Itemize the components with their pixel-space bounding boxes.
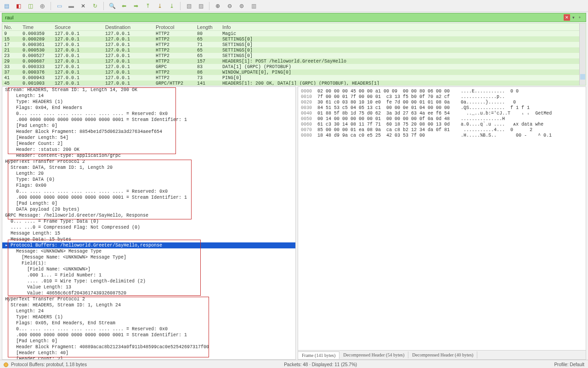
packet-row[interactable]: 90.000359127.0.0.1127.0.0.1HTTP280Magic xyxy=(2,31,586,36)
jump-icon[interactable]: ⤒ xyxy=(144,2,152,10)
folder-icon[interactable]: ▭ xyxy=(56,2,63,10)
detail-line[interactable]: Header Block Fragment: 8854be1d75d0623a3… xyxy=(2,129,295,135)
packet-bytes-pane[interactable]: 0000 02 00 00 00 45 00 00 a1 00 09 00 00… xyxy=(298,86,586,360)
packet-row[interactable]: 450.001003127.0.0.1127.0.0.1GRPC/HTTP214… xyxy=(2,80,586,86)
detail-line[interactable]: HyperText Transfer Protocol 2 xyxy=(2,296,295,302)
packet-row[interactable]: 230.000527127.0.0.1127.0.0.1HTTP265SETTI… xyxy=(2,53,586,58)
resize-cols-icon[interactable]: ▥ xyxy=(250,2,257,10)
detail-line[interactable]: Flags: 0x05, End Headers, End Stream xyxy=(2,320,295,326)
packet-row[interactable]: 370.000376127.0.0.1127.0.0.1HTTP286WINDO… xyxy=(2,69,586,75)
next-icon[interactable]: ➡ xyxy=(132,2,140,10)
detail-line[interactable]: Stream: DATA, Stream ID: 1, Length 20 xyxy=(2,165,295,171)
detail-line[interactable]: [Header Count: 2] xyxy=(2,356,295,360)
detail-line[interactable]: [Field Name: <UNKNOWN>] xyxy=(2,266,295,272)
hex-tab[interactable]: Decompressed Header (54 bytes) xyxy=(339,351,408,358)
detail-line[interactable]: .... ...0 = Compressed Flag: Not Compres… xyxy=(2,224,295,230)
hex-line[interactable]: 0030 84 51 53 c5 04 05 13 c1 00 00 0e 01… xyxy=(301,105,583,111)
detail-line[interactable]: [Pad Length: 0] xyxy=(2,123,295,129)
filter-apply-icon[interactable]: + xyxy=(577,14,583,21)
colorize-icon[interactable]: ▨ xyxy=(197,2,204,10)
detail-line[interactable]: Stream: HEADERS, Stream ID: 1, Length 14… xyxy=(2,87,295,93)
packet-row[interactable]: 170.000361127.0.0.1127.0.0.1HTTP271SETTI… xyxy=(2,42,586,47)
layers-icon[interactable]: ◫ xyxy=(27,2,34,10)
detail-line[interactable]: .000 1... = Field Number: 1 xyxy=(2,272,295,278)
packet-list-scrollbar[interactable] xyxy=(579,23,586,85)
zoom-in-icon[interactable]: ⊕ xyxy=(214,2,221,10)
filter-clear-icon[interactable]: ✕ xyxy=(564,14,570,21)
col-length[interactable]: Length xyxy=(197,24,222,30)
col-no[interactable]: No. xyxy=(4,24,23,30)
detail-line[interactable]: Message: <UNKNOWN> Message Type xyxy=(2,248,295,254)
packet-row[interactable]: 290.000687127.0.0.1127.0.0.1HTTP2157HEAD… xyxy=(2,58,586,64)
detail-line[interactable]: 0... .... .... .... .... .... .... .... … xyxy=(2,189,295,195)
detail-line[interactable]: Stream: HEADERS, Stream ID: 1, Length 24 xyxy=(2,302,295,308)
reload-icon[interactable]: ↻ xyxy=(91,2,99,10)
detail-line[interactable]: .... .010 = Wire Type: Length-delimited … xyxy=(2,278,295,284)
col-time[interactable]: Time xyxy=(23,24,55,30)
detail-line[interactable]: [Header Count: 2] xyxy=(2,141,295,147)
detail-line[interactable]: .000 0000 0000 0000 0000 0000 0000 0001 … xyxy=(2,332,295,338)
hex-line[interactable]: 0040 01 88 5f 8b 1d 75 d0 62 3a 3d 27 63… xyxy=(301,111,583,116)
detail-line[interactable]: [Message Name: <UNKNOWN> Message Type] xyxy=(2,254,295,260)
hex-tab[interactable]: Decompressed Header (40 bytes) xyxy=(408,351,477,358)
zoom-out-icon[interactable]: ⊖ xyxy=(226,2,233,10)
detail-line[interactable]: Message Length: 15 xyxy=(2,230,295,236)
hex-line[interactable]: 0060 61 c3 30 14 08 11 7f 71 60 18 75 20… xyxy=(301,122,583,127)
goto-first-icon[interactable]: ⤓ xyxy=(156,2,164,10)
packet-row[interactable]: 150.000289127.0.0.1127.0.0.1HTTP265SETTI… xyxy=(2,36,586,42)
packet-row[interactable]: 210.000530127.0.0.1127.0.0.1HTTP265SETTI… xyxy=(2,47,586,53)
detail-line[interactable]: 0... .... .... .... .... .... .... .... … xyxy=(2,111,295,117)
detail-line[interactable]: .000 0000 0000 0000 0000 0000 0000 0001 … xyxy=(2,195,295,201)
detail-line[interactable]: GRPC Message: /helloworld.Greeter/SayHel… xyxy=(2,213,295,218)
goto-last-icon[interactable]: ⤓ xyxy=(168,2,175,10)
filter-dropdown-icon[interactable]: ▾ xyxy=(570,14,577,21)
col-destination[interactable]: Destination xyxy=(105,24,156,30)
hex-line[interactable]: 0000 02 00 00 00 45 00 00 a1 00 09 00 00… xyxy=(301,89,583,94)
detail-line[interactable]: [Pad Length: 0] xyxy=(2,201,295,207)
detail-line[interactable]: 0... .... .... .... .... .... .... .... … xyxy=(2,326,295,332)
detail-line[interactable]: Flags: 0x04, End Headers xyxy=(2,105,295,111)
hex-line[interactable]: 0020 30 61 c0 03 80 10 10 e0 fe 7d 00 00… xyxy=(301,100,583,105)
detail-line[interactable]: Value: 48656c6c6f2043617439326087520 xyxy=(2,290,295,296)
detail-line[interactable]: Header: content-type: application/grpc xyxy=(2,153,295,159)
detail-line[interactable]: HyperText Transfer Protocol 2 xyxy=(2,159,295,165)
autoscroll-icon[interactable]: ▧ xyxy=(185,2,192,10)
save-icon[interactable]: ▬ xyxy=(68,2,75,10)
hex-line[interactable]: 0010 7f 00 00 01 7f 00 00 01 c3 13 f5 b0… xyxy=(301,94,583,100)
bookmark-icon[interactable]: ◧ xyxy=(15,2,22,10)
detail-line[interactable]: Value Length: 13 xyxy=(2,284,295,290)
detail-line[interactable]: .000 0000 0000 0000 0000 0000 0000 0001 … xyxy=(2,117,295,123)
find-icon[interactable]: 🔍 xyxy=(108,2,116,10)
hex-line[interactable]: 0080 18 48 d9 9a ca c0 e5 25 42 03 53 7f… xyxy=(301,133,583,138)
detail-line[interactable]: [Header Length: 54] xyxy=(2,135,295,141)
col-info[interactable]: Info xyxy=(222,24,584,30)
packet-details-pane[interactable]: Stream: HEADERS, Stream ID: 1, Length 14… xyxy=(2,86,296,360)
target-icon[interactable]: ◎ xyxy=(39,2,46,10)
detail-line[interactable]: Type: HEADERS (1) xyxy=(2,99,295,105)
detail-line[interactable]: Message Data: 15 bytes xyxy=(2,236,295,242)
detail-line[interactable]: Header: :status: 200 OK xyxy=(2,147,295,153)
file-icon[interactable]: ▤ xyxy=(3,2,10,10)
col-source[interactable]: Source xyxy=(55,24,105,30)
detail-line[interactable]: ▸ Protocol Buffers: /helloworld.Greeter/… xyxy=(2,242,295,248)
hex-line[interactable]: 0070 85 00 00 00 01 ea 08 9a ca c8 b2 12… xyxy=(301,127,583,133)
detail-line[interactable]: Length: 20 xyxy=(2,171,295,177)
detail-line[interactable]: Flags: 0x00 xyxy=(2,183,295,189)
hex-tab[interactable]: Frame (141 bytes) xyxy=(298,351,339,359)
detail-line[interactable]: Length: 14 xyxy=(2,93,295,99)
packet-row[interactable]: 410.000943127.0.0.1127.0.0.1HTTP273PING[… xyxy=(2,75,586,80)
prev-icon[interactable]: ⬅ xyxy=(120,2,128,10)
zoom-fit-icon[interactable]: ⊜ xyxy=(238,2,245,10)
detail-line[interactable]: Field(1): xyxy=(2,260,295,266)
expert-info-icon[interactable] xyxy=(4,362,8,367)
detail-line[interactable]: 0... .... = Frame Type: Data (0) xyxy=(2,218,295,224)
status-profile[interactable]: Profile: Default xyxy=(554,362,584,367)
display-filter-input[interactable] xyxy=(5,15,562,20)
detail-line[interactable]: [Pad Length: 0] xyxy=(2,338,295,344)
detail-line[interactable]: Length: 24 xyxy=(2,308,295,314)
hex-line[interactable]: 0050 00 14 00 00 00 00 00 01 00 00 00 00… xyxy=(301,116,583,122)
detail-line[interactable]: [Header Length: 40] xyxy=(2,350,295,356)
detail-line[interactable]: DATA payload (20 bytes) xyxy=(2,207,295,213)
detail-line[interactable]: Type: DATA (0) xyxy=(2,177,295,183)
detail-line[interactable]: Type: HEADERS (1) xyxy=(2,314,295,320)
